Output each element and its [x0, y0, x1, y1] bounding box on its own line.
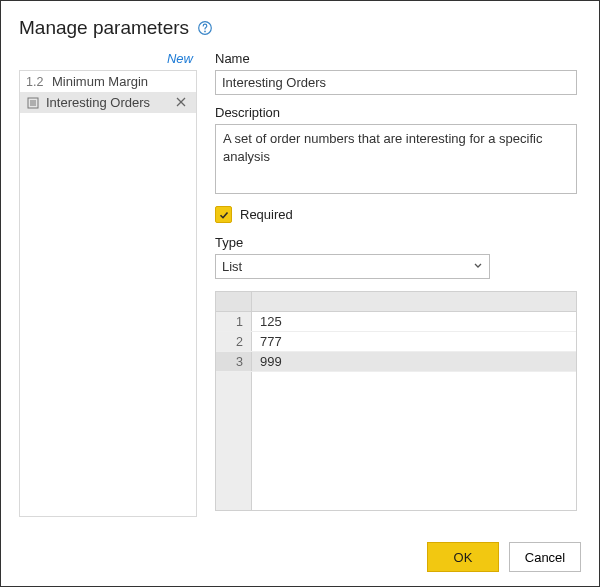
type-select-value: List	[215, 254, 490, 279]
cancel-button[interactable]: Cancel	[509, 542, 581, 572]
grid-filler	[216, 372, 576, 510]
grid-header	[216, 292, 576, 312]
type-select[interactable]: List	[215, 254, 490, 279]
required-checkbox[interactable]	[215, 206, 232, 223]
required-row: Required	[215, 206, 577, 223]
name-label: Name	[215, 51, 577, 66]
parameter-label: Interesting Orders	[46, 95, 170, 110]
title-row: Manage parameters	[19, 17, 581, 39]
list-icon	[26, 96, 40, 110]
grid-gutter-filler	[216, 372, 252, 510]
dialog-root: Manage parameters New 1.2 Minimum Margin	[1, 1, 599, 517]
grid-gutter-header	[216, 292, 252, 311]
grid-row[interactable]: 1 125	[216, 312, 576, 332]
ok-button[interactable]: OK	[427, 542, 499, 572]
grid-body: 1 125 2 777 3 999	[216, 312, 576, 510]
grid-cell-filler	[252, 372, 576, 510]
help-icon[interactable]	[197, 20, 213, 36]
grid-row-number: 3	[216, 352, 252, 371]
description-label: Description	[215, 105, 577, 120]
name-input[interactable]	[215, 70, 577, 95]
parameter-prefix: 1.2	[26, 75, 46, 89]
grid-row[interactable]: 3 999	[216, 352, 576, 372]
description-input[interactable]	[215, 124, 577, 194]
new-row: New	[19, 49, 197, 70]
grid-row[interactable]: 2 777	[216, 332, 576, 352]
grid-cell[interactable]: 777	[252, 332, 576, 351]
parameter-item-interesting-orders[interactable]: Interesting Orders	[20, 92, 196, 113]
grid-column-header	[252, 292, 576, 311]
parameter-list: 1.2 Minimum Margin Interesting Orders	[19, 70, 197, 517]
grid-cell[interactable]: 999	[252, 352, 576, 371]
dialog-body: New 1.2 Minimum Margin	[19, 49, 581, 517]
parameter-item-minimum-margin[interactable]: 1.2 Minimum Margin	[20, 71, 196, 92]
grid-row-number: 1	[216, 312, 252, 331]
type-label: Type	[215, 235, 577, 250]
delete-parameter-icon[interactable]	[176, 95, 190, 110]
list-values-grid[interactable]: 1 125 2 777 3 999	[215, 291, 577, 511]
parameter-label: Minimum Margin	[52, 74, 190, 89]
svg-point-1	[204, 31, 206, 33]
dialog-footer: OK Cancel	[427, 542, 581, 572]
dialog-title: Manage parameters	[19, 17, 189, 39]
left-panel: New 1.2 Minimum Margin	[19, 49, 197, 517]
required-label: Required	[240, 207, 293, 222]
grid-cell[interactable]: 125	[252, 312, 576, 331]
new-parameter-link[interactable]: New	[167, 51, 193, 66]
grid-row-number: 2	[216, 332, 252, 351]
right-panel: Name Description Required Type List	[215, 49, 581, 517]
